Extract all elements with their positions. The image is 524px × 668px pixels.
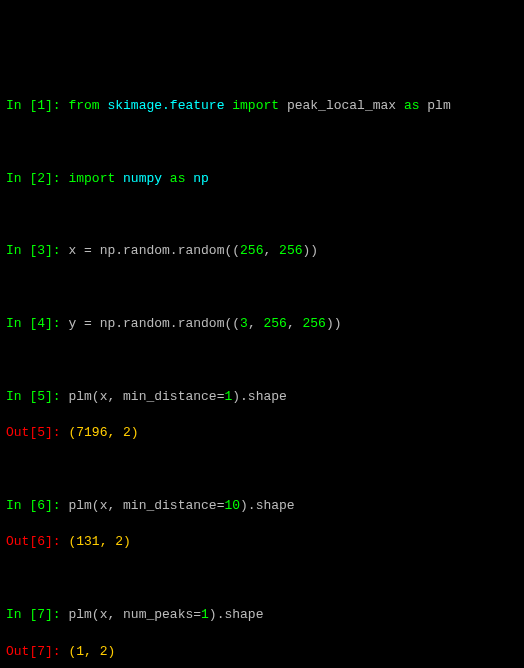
prompt-out-5: Out[5]: <box>6 425 68 440</box>
prompt-in-5: In [5]: <box>6 389 68 404</box>
prompt-in-2: In [2]: <box>6 171 68 186</box>
prompt-in-7: In [7]: <box>6 607 68 622</box>
prompt-in-1: In [1]: <box>6 98 68 113</box>
prompt-in-4: In [4]: <box>6 316 68 331</box>
output-value: (7196, 2) <box>68 425 138 440</box>
prompt-in-6: In [6]: <box>6 498 68 513</box>
prompt-out-6: Out[6]: <box>6 534 68 549</box>
prompt-in-3: In [3]: <box>6 243 68 258</box>
output-value: (1, 2) <box>68 644 115 659</box>
output-value: (131, 2) <box>68 534 130 549</box>
prompt-out-7: Out[7]: <box>6 644 68 659</box>
terminal-output: In [1]: from skimage.feature import peak… <box>6 79 518 668</box>
